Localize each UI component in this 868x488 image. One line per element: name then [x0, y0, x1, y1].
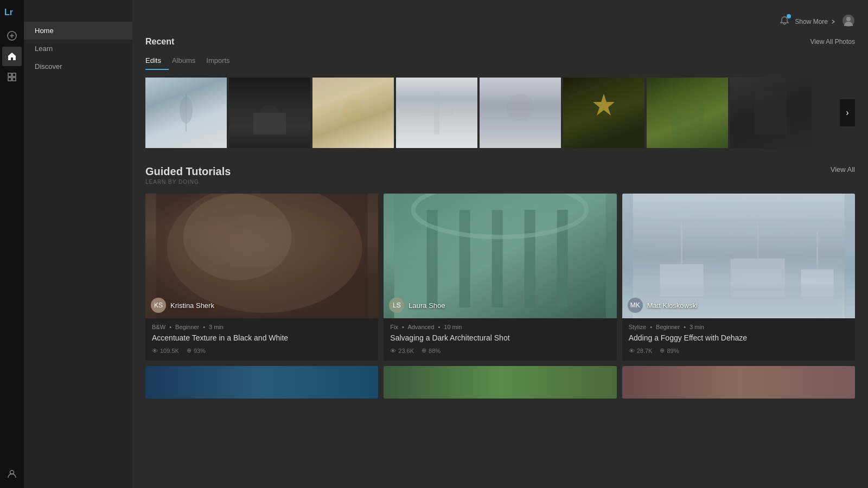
svg-text:Lr: Lr: [4, 8, 13, 17]
card-views-3: 👁 28.7K: [629, 347, 653, 354]
card-info-1: B&W • Beginner • 3 min Accentuate Textur…: [145, 318, 378, 361]
tutorial-card-2[interactable]: LS Laura Shoe Fix • Advanced • 10 min Sa…: [384, 194, 616, 361]
card-author-2: LS Laura Shoe: [389, 298, 445, 313]
strip-next-button[interactable]: ›: [840, 99, 855, 126]
svg-marker-18: [593, 94, 615, 115]
tutorial-grid-bottom: [145, 366, 855, 399]
photo-thumb[interactable]: [730, 78, 812, 148]
app-logo: Lr: [2, 2, 22, 22]
photo-thumb[interactable]: [647, 78, 728, 148]
rating-icon-2: ⊕: [422, 347, 426, 354]
svg-rect-6: [8, 78, 11, 81]
notification-button[interactable]: [780, 16, 789, 28]
tutorials-title-group: Guided Tutorials LEARN BY DOING: [145, 165, 231, 185]
tutorial-card-1[interactable]: KS Kristina Sherk B&W • Beginner • 3 min…: [145, 194, 378, 361]
photo-thumb[interactable]: [396, 78, 477, 148]
people-nav-button[interactable]: [2, 464, 22, 484]
card-author-1: KS Kristina Sherk: [151, 298, 214, 313]
views-icon-1: 👁: [152, 348, 158, 354]
header-icons: Show More: [780, 14, 855, 29]
photo-thumb[interactable]: [480, 78, 561, 148]
show-more-button[interactable]: Show More: [795, 18, 837, 25]
svg-rect-4: [8, 73, 11, 76]
card-image-3: MK Matt Kloskowski: [622, 194, 855, 318]
card-stats-2: 👁 23.6K ⊕ 88%: [390, 347, 610, 354]
views-icon-3: 👁: [629, 348, 635, 354]
photo-thumb[interactable]: [563, 78, 644, 148]
rating-icon-1: ⊕: [187, 347, 192, 354]
user-avatar-button[interactable]: [842, 14, 855, 29]
home-nav-button[interactable]: [2, 47, 22, 66]
card-title-3: Adding a Foggy Effect with Dehaze: [629, 333, 848, 343]
recent-section-header: Recent View All Photos: [145, 37, 855, 47]
sidebar-item-home[interactable]: Home: [24, 22, 132, 40]
card-rating-3: ⊕ 89%: [660, 347, 679, 354]
tutorials-section: Guided Tutorials LEARN BY DOING View All: [145, 165, 855, 399]
card-views-1: 👁 109.5K: [152, 347, 179, 354]
card-views-2: 👁 23.6K: [390, 347, 414, 354]
tutorials-view-all-link[interactable]: View All: [831, 165, 855, 174]
author-avatar-1: KS: [151, 298, 166, 313]
card-title-2: Salvaging a Dark Architectural Shot: [390, 333, 610, 343]
main-content: Show More Recent View All Photos Edits A…: [132, 0, 868, 488]
svg-rect-16: [420, 110, 453, 115]
rating-icon-3: ⊕: [660, 347, 665, 354]
views-icon-2: 👁: [390, 348, 396, 354]
card-stats-3: 👁 28.7K ⊕ 89%: [629, 347, 848, 354]
sidebar: Home Learn Discover: [24, 0, 132, 488]
sidebar-item-learn[interactable]: Learn: [24, 40, 132, 57]
notification-badge: [787, 14, 791, 18]
svg-rect-27: [525, 210, 535, 307]
svg-point-10: [846, 17, 851, 21]
header-area: Show More: [145, 11, 855, 33]
tab-imports[interactable]: Imports: [206, 53, 237, 70]
tutorial-grid: KS Kristina Sherk B&W • Beginner • 3 min…: [145, 194, 855, 361]
bottom-card-3[interactable]: [622, 366, 855, 399]
svg-rect-28: [557, 210, 568, 307]
author-name-3: Matt Kloskowski: [647, 301, 698, 310]
photo-thumb[interactable]: [229, 78, 310, 148]
library-nav-button[interactable]: [2, 67, 22, 87]
card-author-3: MK Matt Kloskowski: [628, 298, 698, 313]
tutorial-card-3[interactable]: MK Matt Kloskowski Stylize • Beginner • …: [622, 194, 855, 361]
svg-point-12: [180, 97, 193, 124]
author-name-2: Laura Shoe: [409, 301, 445, 310]
card-meta-2: Fix • Advanced • 10 min: [390, 324, 610, 330]
recent-title: Recent: [145, 37, 174, 47]
photo-strip: [145, 78, 855, 148]
svg-rect-5: [12, 73, 16, 76]
card-info-2: Fix • Advanced • 10 min Salvaging a Dark…: [384, 318, 616, 361]
card-stats-1: 👁 109.5K ⊕ 93%: [152, 347, 372, 354]
author-name-1: Kristina Sherk: [170, 301, 214, 310]
recent-tabs: Edits Albums Imports: [145, 53, 855, 70]
author-avatar-3: MK: [628, 298, 643, 313]
svg-rect-19: [755, 91, 787, 134]
author-avatar-2: LS: [389, 298, 404, 313]
card-image-1: KS Kristina Sherk: [145, 194, 378, 318]
svg-point-14: [342, 99, 364, 121]
svg-rect-13: [253, 113, 286, 134]
add-button[interactable]: [2, 26, 22, 46]
tab-edits[interactable]: Edits: [145, 53, 169, 70]
card-meta-3: Stylize • Beginner • 3 min: [629, 324, 848, 330]
svg-point-17: [507, 94, 534, 121]
tutorials-subtitle: LEARN BY DOING: [145, 179, 231, 185]
view-all-photos-link[interactable]: View All Photos: [810, 38, 856, 46]
card-rating-1: ⊕ 93%: [187, 347, 206, 354]
bottom-card-1[interactable]: [145, 366, 378, 399]
photo-strip-container: ›: [145, 78, 855, 148]
icon-bar: Lr: [0, 0, 24, 488]
sidebar-item-discover[interactable]: Discover: [24, 57, 132, 75]
card-rating-2: ⊕ 88%: [422, 347, 441, 354]
svg-rect-26: [492, 210, 503, 307]
tab-albums[interactable]: Albums: [172, 53, 203, 70]
bottom-card-2[interactable]: [384, 366, 616, 399]
tutorials-title: Guided Tutorials: [145, 165, 231, 178]
card-meta-1: B&W • Beginner • 3 min: [152, 324, 372, 330]
photo-thumb[interactable]: [145, 78, 227, 148]
photo-thumb[interactable]: [312, 78, 394, 148]
card-title-1: Accentuate Texture in a Black and White: [152, 333, 372, 343]
card-image-2: LS Laura Shoe: [384, 194, 616, 318]
card-info-3: Stylize • Beginner • 3 min Adding a Fogg…: [622, 318, 855, 361]
svg-point-22: [183, 194, 292, 280]
